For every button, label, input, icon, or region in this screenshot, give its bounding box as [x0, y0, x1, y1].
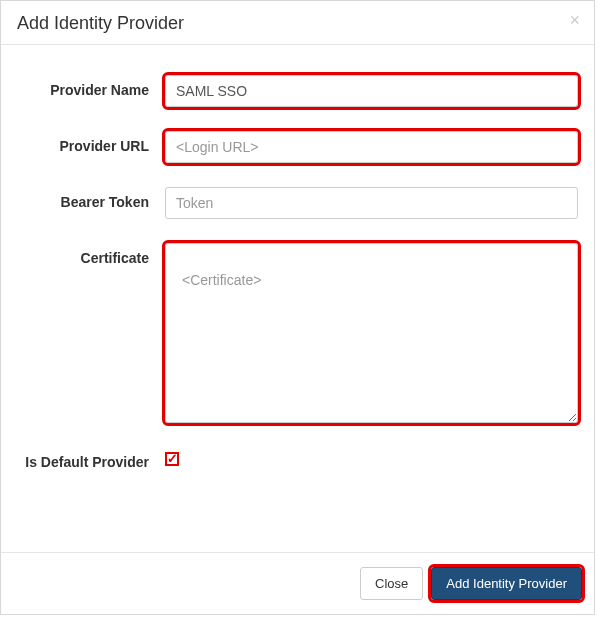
modal-header: Add Identity Provider ×: [1, 1, 594, 45]
add-identity-provider-modal: Add Identity Provider × Provider Name Pr…: [0, 0, 595, 615]
bearer-token-input[interactable]: [165, 187, 578, 219]
row-provider-name: Provider Name: [17, 75, 578, 107]
label-bearer-token: Bearer Token: [17, 187, 165, 211]
row-provider-url: Provider URL: [17, 131, 578, 163]
certificate-textarea[interactable]: [165, 243, 578, 423]
is-default-checkbox[interactable]: ✓: [165, 452, 179, 466]
add-identity-provider-button[interactable]: Add Identity Provider: [431, 567, 582, 600]
provider-name-input[interactable]: [165, 75, 578, 107]
row-certificate: Certificate: [17, 243, 578, 423]
row-bearer-token: Bearer Token: [17, 187, 578, 219]
provider-url-input[interactable]: [165, 131, 578, 163]
label-provider-name: Provider Name: [17, 75, 165, 99]
label-certificate: Certificate: [17, 243, 165, 267]
modal-title: Add Identity Provider: [17, 13, 578, 34]
label-provider-url: Provider URL: [17, 131, 165, 155]
modal-footer: Close Add Identity Provider: [1, 552, 594, 614]
modal-body: Provider Name Provider URL Bearer Token …: [1, 45, 594, 552]
close-icon[interactable]: ×: [569, 11, 580, 29]
label-is-default: Is Default Provider: [17, 447, 165, 471]
close-button[interactable]: Close: [360, 567, 423, 600]
row-is-default: Is Default Provider ✓: [17, 447, 578, 471]
